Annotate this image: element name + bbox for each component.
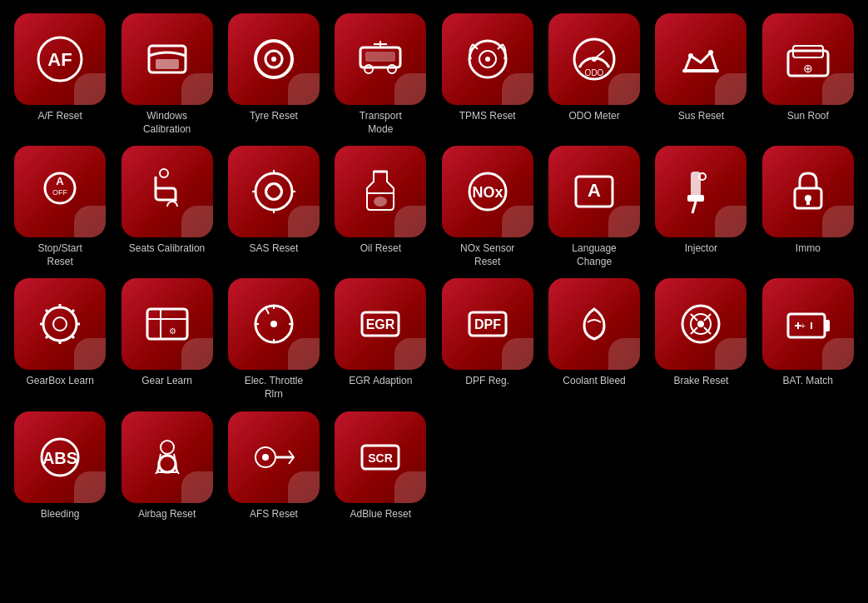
item-windows-calibration[interactable]: Windows Calibration [113, 7, 220, 139]
svg-text:DPF: DPF [474, 317, 501, 331]
svg-point-66 [262, 454, 269, 461]
svg-rect-35 [687, 195, 704, 202]
item-afs-reset[interactable]: AFS Reset [221, 405, 327, 525]
icon-wrap-windows-calibration [122, 13, 213, 105]
svg-point-12 [485, 57, 490, 62]
label-gearbox-learn: GearBox Learn [26, 375, 93, 388]
icon-wrap-oil-reset [335, 146, 426, 237]
label-odo-meter: ODO Meter [568, 110, 619, 123]
svg-point-29 [374, 197, 387, 207]
label-stop-start-reset: Stop/Start Reset [38, 242, 82, 268]
label-injector: Injector [685, 242, 717, 256]
icon-wrap-stop-start-reset: A OFF [14, 146, 106, 237]
item-language-change[interactable]: A Language Change [541, 139, 647, 272]
icon-wrap-nox-sensor-reset: NOx [442, 146, 533, 237]
svg-point-15 [592, 57, 597, 62]
item-tpms-reset[interactable]: TPMS Reset [434, 7, 541, 139]
svg-point-41 [53, 317, 67, 331]
item-seats-calibration[interactable]: Seats Calibration [113, 139, 220, 272]
svg-text:AF: AF [48, 49, 72, 70]
svg-point-6 [271, 57, 276, 62]
item-injector[interactable]: Injector [647, 139, 754, 272]
icon-grid: AF A/F Reset Windows Calibration Tyre Re… [0, 0, 868, 531]
item-odo-meter[interactable]: ODO ODO Meter [541, 7, 647, 139]
icon-wrap-tyre-reset [228, 13, 320, 105]
label-brake-reset: Brake Reset [673, 375, 728, 388]
item-gearbox-learn[interactable]: GearBox Learn [7, 272, 113, 404]
svg-rect-17 [682, 69, 719, 72]
label-bat-match: BAT. Match [783, 375, 833, 388]
icon-wrap-language-change: A [548, 146, 640, 237]
item-sun-roof[interactable]: ⊕ Sun Roof [755, 7, 861, 139]
svg-text:ODO: ODO [585, 68, 604, 77]
label-transport-mode: Transport Mode [360, 110, 402, 136]
icon-wrap-gear-learn: ⚙ [122, 278, 213, 370]
icon-wrap-transport-mode [335, 13, 426, 105]
icon-wrap-egr-adaption: EGR [335, 278, 426, 370]
svg-text:ABS: ABS [42, 449, 77, 467]
item-egr-adaption[interactable]: EGR EGR Adaption [327, 272, 434, 404]
label-elec-throttle-rlrn: Elec. Throttle Rlrn [245, 375, 303, 401]
icon-wrap-sas-reset [228, 146, 320, 237]
item-nox-sensor-reset[interactable]: NOx NOx Sensor Reset [434, 139, 541, 272]
label-oil-reset: Oil Reset [360, 242, 401, 256]
svg-rect-56 [825, 320, 830, 331]
svg-rect-42 [147, 309, 187, 339]
svg-rect-9 [365, 52, 395, 62]
svg-text:OFF: OFF [52, 188, 67, 197]
svg-point-18 [688, 53, 693, 58]
item-coolant-bleed[interactable]: Coolant Bleed [541, 272, 647, 404]
label-egr-adaption: EGR Adaption [349, 375, 412, 388]
label-immo: Immo [796, 242, 821, 256]
label-sas-reset: SAS Reset [250, 242, 299, 256]
item-bat-match[interactable]: + BAT. Match [755, 272, 861, 404]
item-dpf-reg[interactable]: DPF DPF Reg. [434, 272, 541, 404]
svg-point-26 [160, 169, 168, 177]
svg-rect-3 [156, 59, 179, 69]
label-adblue-reset: AdBlue Reset [350, 508, 411, 521]
icon-wrap-injector [655, 146, 746, 237]
svg-point-27 [255, 173, 292, 210]
icon-wrap-bleeding: ABS [14, 411, 106, 503]
svg-text:+: + [801, 321, 806, 331]
icon-wrap-gearbox-learn [14, 278, 106, 370]
item-adblue-reset[interactable]: SCR AdBlue Reset [327, 405, 434, 525]
item-stop-start-reset[interactable]: A OFF Stop/Start Reset [7, 139, 113, 272]
label-gear-learn: Gear Learn [141, 375, 192, 388]
label-afs-reset: AFS Reset [250, 508, 298, 521]
label-nox-sensor-reset: NOx Sensor Reset [460, 242, 514, 268]
item-gear-learn[interactable]: ⚙ Gear Learn [113, 272, 220, 404]
item-sus-reset[interactable]: Sus Reset [647, 7, 754, 139]
item-brake-reset[interactable]: Brake Reset [647, 272, 754, 404]
label-windows-calibration: Windows Calibration [143, 110, 191, 136]
item-oil-reset[interactable]: Oil Reset [327, 139, 434, 272]
icon-wrap-dpf-reg: DPF [442, 278, 533, 370]
svg-rect-39 [806, 198, 810, 205]
icon-wrap-bat-match: + [762, 278, 854, 370]
icon-wrap-sun-roof: ⊕ [762, 13, 854, 105]
item-tyre-reset[interactable]: Tyre Reset [221, 7, 327, 139]
svg-text:EGR: EGR [366, 317, 395, 331]
svg-text:SCR: SCR [369, 451, 394, 465]
item-af-reset[interactable]: AF A/F Reset [7, 7, 113, 139]
label-airbag-reset: Airbag Reset [138, 508, 196, 521]
svg-rect-55 [788, 314, 825, 337]
label-sun-roof: Sun Roof [787, 110, 829, 123]
svg-point-64 [159, 456, 176, 472]
item-elec-throttle-rlrn[interactable]: Elec. Throttle Rlrn [221, 272, 327, 404]
item-immo[interactable]: Immo [755, 139, 861, 272]
icon-wrap-seats-calibration [122, 146, 213, 237]
icon-wrap-brake-reset [655, 278, 746, 370]
item-bleeding[interactable]: ABS Bleeding [7, 405, 113, 525]
icon-wrap-immo [762, 146, 854, 237]
label-dpf-reg: DPF Reg. [465, 375, 509, 388]
item-airbag-reset[interactable]: Airbag Reset [113, 405, 220, 525]
label-coolant-bleed: Coolant Bleed [563, 375, 625, 388]
icon-wrap-coolant-bleed [548, 278, 640, 370]
item-transport-mode[interactable]: Transport Mode [327, 7, 434, 139]
svg-point-28 [265, 183, 282, 200]
item-sas-reset[interactable]: SAS Reset [221, 139, 327, 272]
icon-wrap-elec-throttle-rlrn [228, 278, 320, 370]
label-tyre-reset: Tyre Reset [250, 110, 298, 123]
label-seats-calibration: Seats Calibration [129, 242, 205, 256]
